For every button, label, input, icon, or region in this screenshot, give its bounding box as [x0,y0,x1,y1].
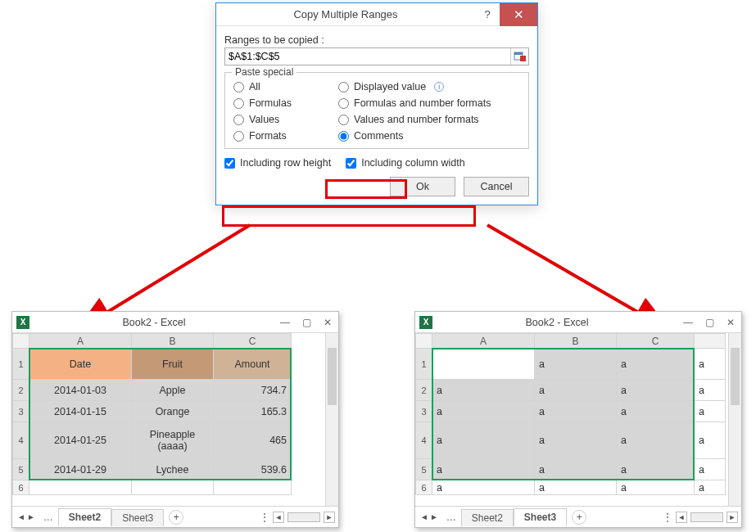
new-sheet-button[interactable]: + [572,510,586,525]
tab-sheet2[interactable]: Sheet2 [461,509,514,526]
cancel-button[interactable]: Cancel [464,177,529,196]
vertical-scrollbar[interactable] [728,333,741,506]
cell[interactable]: a [695,480,726,495]
cell[interactable]: 2014-01-15 [29,401,132,422]
row-header[interactable]: 5 [416,459,432,480]
row-header[interactable]: 2 [416,380,432,401]
cell[interactable]: 539.6 [214,459,292,480]
new-sheet-button[interactable]: + [169,510,183,525]
col-header-C[interactable]: C [617,334,695,349]
cell[interactable]: a [535,459,617,480]
maximize-button[interactable]: ▢ [699,312,720,333]
minimize-button[interactable]: — [274,312,296,333]
cell[interactable]: a [695,349,726,380]
cell[interactable]: a [535,422,617,459]
cell[interactable]: a [695,422,726,459]
opt-formulas[interactable]: Formulas [233,97,338,109]
range-picker-button[interactable] [510,48,528,65]
ok-button[interactable]: Ok [390,177,455,196]
horizontal-scroll[interactable]: ⋮◄► [663,512,741,523]
cell[interactable]: a [535,401,617,422]
cell[interactable]: a [432,480,535,495]
close-button[interactable]: ✕ [500,3,537,26]
tab-nav[interactable]: ◄► [415,512,443,521]
chk-row-height[interactable]: Including row height [224,157,331,169]
minimize-button[interactable]: — [677,312,699,333]
row-header[interactable]: 6 [416,480,432,495]
row-header[interactable]: 6 [13,480,29,495]
cell[interactable]: a [617,422,695,459]
col-header-A[interactable]: A [432,334,535,349]
cell[interactable]: a [432,380,535,401]
tab-nav[interactable]: ◄► [12,512,40,521]
tab-overflow[interactable]: … [443,512,461,523]
horizontal-scroll[interactable]: ⋮◄► [260,512,338,523]
cell[interactable]: a [617,401,695,422]
cell[interactable]: a [535,349,617,380]
cell[interactable]: a [695,380,726,401]
cell[interactable] [132,480,214,495]
cell[interactable]: a [695,459,726,480]
cell[interactable]: a [695,401,726,422]
cell[interactable]: Orange [132,401,214,422]
cell[interactable]: 2014-01-03 [29,380,132,401]
cell[interactable]: Date [29,349,132,380]
col-header-B[interactable]: B [132,334,214,349]
cell[interactable]: a [617,380,695,401]
row-header[interactable]: 1 [416,349,432,380]
row-header[interactable]: 2 [13,380,29,401]
opt-comments[interactable]: Comments [338,130,520,142]
chk-col-width[interactable]: Including column width [346,157,464,169]
cell[interactable]: Amount [214,349,292,380]
cell[interactable]: 465 [214,422,292,459]
dialog-titlebar[interactable]: Copy Multiple Ranges ? ✕ [216,3,537,26]
cell[interactable]: 2014-01-25 [29,422,132,459]
info-icon[interactable]: i [434,82,444,92]
cell[interactable]: a [617,459,695,480]
cell[interactable]: 2014-01-29 [29,459,132,480]
cell[interactable]: a [432,401,535,422]
col-header-B[interactable]: B [535,334,617,349]
cell[interactable]: Pineapple (aaaa) [132,422,214,459]
close-window-button[interactable]: ✕ [720,312,741,333]
opt-values[interactable]: Values [233,114,338,125]
tab-overflow[interactable]: … [40,512,58,523]
grid-right[interactable]: A B C 1 a a a 2 a a a a 3 a [415,333,726,495]
cell[interactable]: Fruit [132,349,214,380]
cell[interactable]: Lychee [132,459,214,480]
col-header-C[interactable]: C [214,334,292,349]
tab-sheet3[interactable]: Sheet3 [111,509,164,526]
opt-displayed-value[interactable]: Displayed valuei [338,81,520,92]
row-header[interactable]: 4 [416,422,432,459]
cell[interactable]: Apple [132,380,214,401]
close-window-button[interactable]: ✕ [317,312,338,333]
cell[interactable]: 734.7 [214,380,292,401]
cell[interactable] [432,349,535,380]
opt-formulas-num-fmt[interactable]: Formulas and number formats [338,97,520,109]
cell[interactable]: a [432,459,535,480]
grid-left[interactable]: A B C 1 Date Fruit Amount 2 2014-01-03 A… [12,333,292,495]
select-all-corner[interactable] [13,334,29,349]
row-header[interactable]: 5 [13,459,29,480]
cell[interactable] [29,480,132,495]
row-header[interactable]: 4 [13,422,29,459]
select-all-corner[interactable] [416,334,432,349]
cell[interactable]: a [535,480,617,495]
opt-all[interactable]: All [233,81,338,92]
tab-sheet3[interactable]: Sheet3 [514,508,567,527]
cell[interactable]: a [432,422,535,459]
opt-values-num-fmt[interactable]: Values and number formats [338,114,520,125]
tab-sheet2[interactable]: Sheet2 [58,508,111,527]
excel-titlebar[interactable]: X Book2 - Excel — ▢ ✕ [415,312,741,333]
col-header-A[interactable]: A [29,334,132,349]
cell[interactable]: a [617,480,695,495]
maximize-button[interactable]: ▢ [296,312,317,333]
cell[interactable]: 165.3 [214,401,292,422]
cell[interactable] [214,480,292,495]
row-header[interactable]: 1 [13,349,29,380]
cell[interactable]: a [617,349,695,380]
excel-titlebar[interactable]: X Book2 - Excel — ▢ ✕ [12,312,338,333]
row-header[interactable]: 3 [416,401,432,422]
help-button[interactable]: ? [475,3,500,26]
vertical-scrollbar[interactable] [325,333,338,506]
